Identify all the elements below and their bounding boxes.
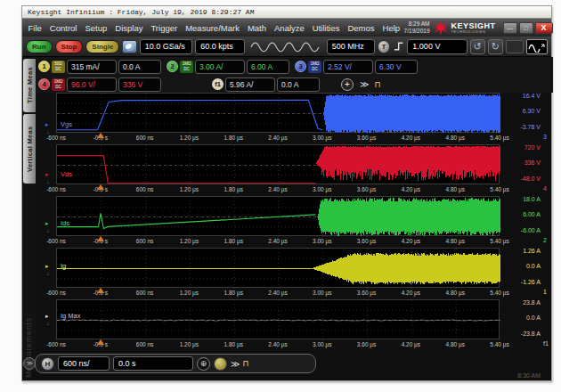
trigger-button[interactable]: T [378,40,390,53]
edge-trigger-icon [393,40,404,53]
keysight-logo-icon [434,20,448,35]
single-button[interactable]: Single [85,40,119,53]
waveform-panel-ig-max: ▸⊥Ig Max23.8 A0.0 A-23.8 Af1-600 ns-0.0 … [37,299,553,351]
window-titlebar[interactable]: Keysight Infiniium : Friday, July 19, 20… [22,6,551,19]
menu-item-trigger[interactable]: Trigger [147,23,182,33]
channel-number-marker: 4 [543,185,547,192]
channel-reference-arrow: ▸ [45,313,49,320]
menu-item-file[interactable]: File [24,23,45,33]
maximize-button[interactable]: □ [519,22,533,34]
bandwidth-field[interactable]: 500 MHz [327,39,375,54]
trigger-marker-icon[interactable] [97,133,104,138]
channel-marker-icon[interactable]: ⊓ [374,80,380,89]
menu-item-demos[interactable]: Demos [344,23,378,33]
channel-f1-button[interactable]: f1 [212,78,224,90]
channel-row-2: 41MΩDC96.0 V/336 Vf15.96 A/0.0 A+≫⊓ [37,76,553,93]
plot-area-vds[interactable] [56,144,500,184]
acquisition-toolbar: Run Stop Single 10.0 GSa/s 60.0 kpts 500… [22,37,551,57]
trigger-marker-icon[interactable] [97,184,104,190]
channel-4-coupling-badge: 1MΩDC [52,78,65,91]
sample-rate-field[interactable]: 10.0 GSa/s [140,39,193,54]
autoscale-button[interactable] [526,39,548,54]
channel-1-offset-field[interactable]: 0.0 A [118,60,161,74]
undo-button[interactable]: ↺ [470,39,485,54]
x-tick: 2.40 µs [268,290,287,296]
x-tick: 4.80 µs [445,186,464,192]
left-tab-strip: Time Meas Vertical Meas Measurements [22,57,37,372]
x-tick: 4.20 µs [402,238,420,244]
tab-time-meas[interactable]: Time Meas [23,59,36,112]
stop-button[interactable]: Stop [55,40,84,53]
zoom-button[interactable]: ⊕ [197,357,210,371]
channel-f1-offset-field[interactable]: 0.0 A [277,78,320,92]
channel-4-group: 41MΩDC96.0 V/336 V [38,76,161,93]
x-tick: 600 ns [136,238,154,244]
sine-wave-icon [249,40,322,53]
touch-trigger-button[interactable] [214,357,227,371]
channel-3-button[interactable]: 3 [295,61,306,72]
x-tick: 1.80 µs [224,135,242,141]
plot-area-ig[interactable] [56,248,500,288]
channel-f1-group: f15.96 A/0.0 A [212,76,320,93]
trigger-marker-icon[interactable] [97,288,104,293]
menu-item-analyze[interactable]: Analyze [271,23,309,33]
channel-number-marker: 1 [543,289,547,295]
timebase-field[interactable]: 600 ns/ [58,356,110,371]
plot-area-vgs[interactable] [56,93,500,133]
trigger-marker-icon[interactable] [97,236,104,241]
channel-reference-arrow: ▸ [45,171,49,178]
channel-3-offset-field[interactable]: 6.30 V [375,60,418,74]
display-settings-icon[interactable] [122,40,136,53]
channel-3-scale-field[interactable]: 2.52 V/ [323,60,373,74]
display-preview-icon[interactable] [506,40,524,53]
menu-item-control[interactable]: Control [45,23,81,33]
tab-vertical-meas[interactable]: Vertical Meas [23,114,36,184]
memory-depth-field[interactable]: 60.0 kpts [195,39,245,54]
trigger-marker-icon[interactable] [97,339,104,345]
menu-item-display[interactable]: Display [111,23,147,33]
channel-2-button[interactable]: 2 [167,61,178,72]
channel-1-button[interactable]: 1 [38,61,50,72]
redo-button[interactable]: ↻ [488,39,503,54]
channel-number-marker: 3 [543,134,547,140]
menu-item-math[interactable]: Math [243,23,270,33]
burst-region-ids [317,198,500,235]
channel-2-scale-field[interactable]: 3.00 A/ [195,60,245,74]
add-waveform-button[interactable]: + [341,78,354,91]
x-tick: 1.20 µs [180,238,199,244]
menu-item-help[interactable]: Help [378,23,404,33]
marker-icon[interactable]: ⊓ [242,359,248,368]
more-channels-icon[interactable]: ≫ [360,79,368,89]
channel-number-marker: f1 [543,340,549,347]
channel-2-offset-field[interactable]: 6.00 A [247,60,289,74]
menu-item-measure-mark[interactable]: Measure/Mark [182,23,244,33]
channel-4-button[interactable]: 4 [38,78,50,90]
h-position-field[interactable]: 0.0 s [113,356,193,371]
menu-item-utilities[interactable]: Utilities [308,23,344,33]
x-tick: 4.20 µs [402,135,420,141]
more-chevrons-icon[interactable]: ≫ [231,359,239,369]
plot-area-ig-max[interactable] [56,299,500,339]
x-tick: -600 ns [46,290,66,296]
scale-label-vgs-2: -3.78 V [501,124,541,130]
x-tick: 3.60 µs [357,238,376,244]
channel-f1-scale-field[interactable]: 5.96 A/ [225,78,275,92]
menu-bar: FileControlSetupDisplayTriggerMeasure/Ma… [22,19,551,37]
x-tick: -600 ns [46,135,66,141]
plot-area-ids[interactable] [56,196,500,236]
collapse-button[interactable]: ≫ [23,357,36,370]
close-button[interactable]: X [535,22,553,34]
scale-label-ig-max-1: 0.0 A [501,314,541,321]
channel-4-offset-field[interactable]: 336 V [118,78,161,92]
channel-1-group: 150ΩDC315 mA/0.0 A [38,58,161,75]
trigger-level-field[interactable]: 1.000 V [407,39,467,54]
run-button[interactable]: Run [26,40,53,53]
scale-label-vds-2: -48.0 V [501,176,541,182]
channel-4-scale-field[interactable]: 96.0 V/ [67,78,117,92]
menu-item-setup[interactable]: Setup [81,23,111,33]
horizontal-button[interactable]: H [41,357,54,371]
x-tick: 2.40 µs [268,186,287,192]
minimize-button[interactable]: — [503,22,517,34]
channel-1-scale-field[interactable]: 315 mA/ [67,60,117,74]
x-tick: 5.40 µs [490,186,508,192]
